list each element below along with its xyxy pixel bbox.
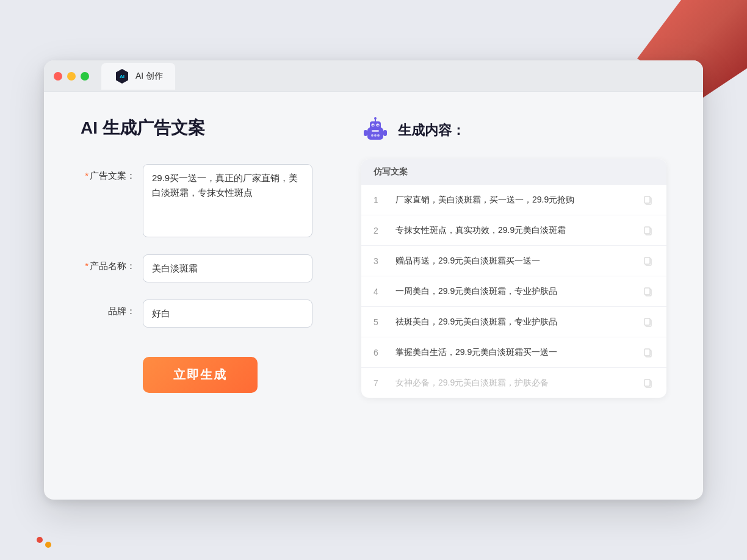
- svg-rect-25: [644, 318, 650, 325]
- row-number: 7: [374, 378, 386, 388]
- copy-icon[interactable]: [642, 255, 654, 267]
- close-button[interactable]: [54, 72, 62, 81]
- result-rows-container: 1厂家直销，美白淡斑霜，买一送一，29.9元抢购 2专抹女性斑点，真实功效，29…: [361, 185, 666, 398]
- right-panel: 生成内容： 仿写文案 1厂家直销，美白淡斑霜，买一送一，29.9元抢购 2专抹女…: [361, 117, 666, 470]
- result-header: 生成内容：: [361, 117, 666, 145]
- row-number: 3: [374, 256, 386, 266]
- product-name-required: *: [85, 260, 88, 271]
- row-number: 2: [374, 226, 386, 235]
- table-row: 7女神必备，29.9元美白淡斑霜，护肤必备: [361, 368, 666, 398]
- row-text: 赠品再送，29.9元美白淡斑霜买一送一: [395, 254, 632, 267]
- title-bar: AI AI 创作: [44, 60, 703, 92]
- table-row: 3赠品再送，29.9元美白淡斑霜买一送一: [361, 246, 666, 276]
- row-number: 5: [374, 317, 386, 327]
- product-name-input[interactable]: [143, 254, 312, 282]
- ad-copy-group: *广告文案： 29.9买一送一，真正的厂家直销，美白淡斑霜，专抹女性斑点: [81, 164, 312, 237]
- svg-rect-3: [370, 121, 381, 130]
- browser-window: AI AI 创作 AI 生成广告文案 *广告文案： 29.9买一送一，真正的厂家…: [44, 60, 703, 500]
- svg-rect-17: [644, 196, 650, 203]
- svg-rect-27: [644, 349, 650, 356]
- window-controls: [54, 72, 89, 81]
- row-text: 女神必备，29.9元美白淡斑霜，护肤必备: [395, 376, 632, 389]
- table-row: 1厂家直销，美白淡斑霜，买一送一，29.9元抢购: [361, 185, 666, 215]
- svg-rect-11: [383, 130, 387, 136]
- svg-rect-12: [372, 130, 379, 132]
- row-text: 掌握美白生活，29.9元美白淡斑霜买一送一: [395, 346, 632, 359]
- robot-icon: [361, 117, 389, 145]
- copy-icon[interactable]: [642, 346, 654, 359]
- svg-rect-10: [364, 130, 367, 136]
- table-row: 5祛斑美白，29.9元美白淡斑霜，专业护肤品: [361, 307, 666, 337]
- copy-icon[interactable]: [642, 194, 654, 206]
- copy-icon[interactable]: [642, 377, 654, 389]
- row-text: 祛斑美白，29.9元美白淡斑霜，专业护肤品: [395, 315, 632, 328]
- svg-point-6: [372, 124, 374, 126]
- svg-text:AI: AI: [120, 74, 125, 79]
- copy-icon[interactable]: [642, 316, 654, 328]
- svg-rect-29: [644, 379, 650, 386]
- left-panel: AI 生成广告文案 *广告文案： 29.9买一送一，真正的厂家直销，美白淡斑霜，…: [81, 117, 312, 470]
- ai-creation-tab[interactable]: AI AI 创作: [101, 63, 175, 90]
- ad-copy-required: *: [85, 170, 88, 181]
- svg-point-14: [374, 134, 377, 137]
- row-number: 1: [374, 195, 386, 205]
- result-table: 仿写文案 1厂家直销，美白淡斑霜，买一送一，29.9元抢购 2专抹女性斑点，真实…: [361, 159, 666, 398]
- copy-icon[interactable]: [642, 224, 654, 237]
- svg-point-15: [377, 134, 380, 137]
- ad-copy-input[interactable]: 29.9买一送一，真正的厂家直销，美白淡斑霜，专抹女性斑点: [143, 164, 312, 237]
- svg-point-9: [374, 117, 377, 120]
- brand-group: 品牌：: [81, 300, 312, 328]
- brand-input[interactable]: [143, 300, 312, 328]
- row-text: 一周美白，29.9元美白淡斑霜，专业护肤品: [395, 285, 632, 298]
- row-text: 专抹女性斑点，真实功效，29.9元美白淡斑霜: [395, 224, 632, 237]
- row-number: 4: [374, 287, 386, 296]
- page-title: AI 生成广告文案: [81, 117, 312, 140]
- svg-rect-23: [644, 288, 650, 295]
- ad-copy-label: *广告文案：: [81, 164, 135, 182]
- table-row: 2专抹女性斑点，真实功效，29.9元美白淡斑霜: [361, 215, 666, 246]
- table-row: 4一周美白，29.9元美白淡斑霜，专业护肤品: [361, 276, 666, 307]
- product-name-group: *产品名称：: [81, 254, 312, 282]
- minimize-button[interactable]: [67, 72, 76, 81]
- tab-label: AI 创作: [135, 71, 163, 82]
- main-content: AI 生成广告文案 *广告文案： 29.9买一送一，真正的厂家直销，美白淡斑霜，…: [44, 92, 703, 495]
- brand-label: 品牌：: [81, 300, 135, 317]
- bg-decoration-bottom-left: [37, 537, 51, 548]
- maximize-button[interactable]: [81, 72, 89, 81]
- row-number: 6: [374, 348, 386, 357]
- svg-point-7: [377, 124, 378, 126]
- svg-rect-21: [644, 257, 650, 264]
- svg-point-13: [371, 134, 374, 137]
- table-row: 6掌握美白生活，29.9元美白淡斑霜买一送一: [361, 337, 666, 368]
- table-header: 仿写文案: [361, 159, 666, 185]
- copy-icon[interactable]: [642, 285, 654, 298]
- svg-rect-19: [644, 227, 650, 234]
- row-text: 厂家直销，美白淡斑霜，买一送一，29.9元抢购: [395, 193, 632, 206]
- generate-button[interactable]: 立即生成: [143, 357, 258, 393]
- result-title: 生成内容：: [398, 121, 465, 140]
- tab-area: AI AI 创作: [101, 63, 175, 90]
- ai-hex-icon: AI: [114, 68, 131, 85]
- product-name-label: *产品名称：: [81, 254, 135, 272]
